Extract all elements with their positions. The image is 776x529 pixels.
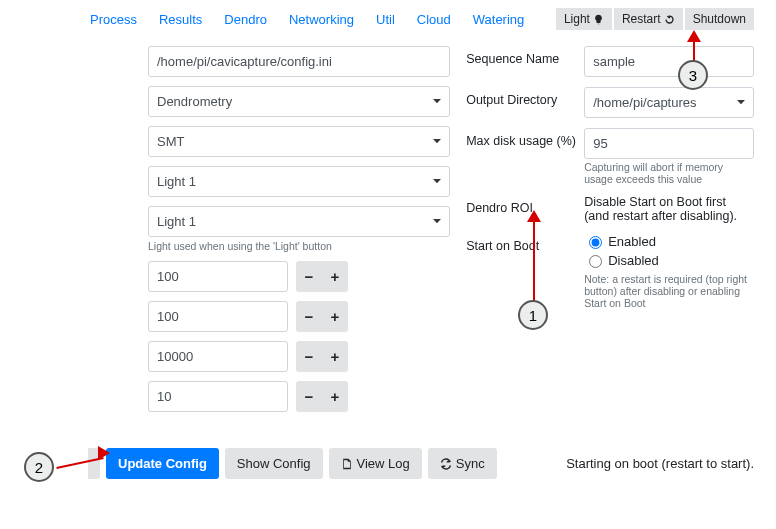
output-directory-select[interactable]: /home/pi/captures: [584, 87, 754, 118]
annotation-bubble-2: 2: [24, 452, 54, 482]
light-select-b[interactable]: Light 1: [148, 206, 450, 237]
max-disk-help: Capturing will abort if memory usage exc…: [584, 161, 754, 185]
enabled-radio[interactable]: [589, 236, 602, 249]
num-input-2[interactable]: [148, 301, 288, 332]
num-input-3[interactable]: [148, 341, 288, 372]
tab-watering[interactable]: Watering: [473, 12, 525, 27]
num-input-4[interactable]: [148, 381, 288, 412]
sequence-name-input[interactable]: [584, 46, 754, 77]
document-icon: [341, 458, 353, 470]
sync-label: Sync: [456, 456, 485, 471]
view-log-label: View Log: [357, 456, 410, 471]
tab-results[interactable]: Results: [159, 12, 202, 27]
sequence-name-label: Sequence Name: [466, 46, 576, 66]
tab-util[interactable]: Util: [376, 12, 395, 27]
output-directory-label: Output Directory: [466, 87, 576, 107]
disabled-text: Disabled: [608, 253, 659, 268]
nav-tabs: Process Results Dendro Networking Util C…: [90, 12, 524, 27]
status-text: Starting on boot (restart to start).: [566, 456, 754, 471]
light-select-a[interactable]: Light 1: [148, 166, 450, 197]
clipped-button-fragment: [88, 448, 100, 479]
tab-process[interactable]: Process: [90, 12, 137, 27]
num-input-1[interactable]: [148, 261, 288, 292]
mode-select[interactable]: Dendrometry: [148, 86, 450, 117]
restart-icon: [664, 14, 675, 25]
enabled-text: Enabled: [608, 234, 656, 249]
dec-button-2[interactable]: −: [296, 301, 322, 332]
view-log-button[interactable]: View Log: [329, 448, 422, 479]
config-path-input[interactable]: [148, 46, 450, 77]
sync-icon: [440, 458, 452, 470]
max-disk-label: Max disk usage (%): [466, 128, 576, 148]
start-on-boot-help: Note: a restart is required (top right b…: [584, 273, 754, 309]
inc-button-4[interactable]: +: [322, 381, 348, 412]
light-help-text: Light used when using the 'Light' button: [148, 240, 450, 252]
disabled-option[interactable]: Disabled: [584, 252, 659, 268]
update-config-button[interactable]: Update Config: [106, 448, 219, 479]
inc-button-2[interactable]: +: [322, 301, 348, 332]
dec-button-1[interactable]: −: [296, 261, 322, 292]
tab-dendro[interactable]: Dendro: [224, 12, 267, 27]
restart-button[interactable]: Restart: [614, 8, 683, 30]
dec-button-4[interactable]: −: [296, 381, 322, 412]
show-config-button[interactable]: Show Config: [225, 448, 323, 479]
tab-cloud[interactable]: Cloud: [417, 12, 451, 27]
max-disk-input[interactable]: [584, 128, 754, 159]
disabled-radio[interactable]: [589, 255, 602, 268]
inc-button-3[interactable]: +: [322, 341, 348, 372]
dec-button-3[interactable]: −: [296, 341, 322, 372]
light-button[interactable]: Light: [556, 8, 612, 30]
sensor-select[interactable]: SMT: [148, 126, 450, 157]
tab-networking[interactable]: Networking: [289, 12, 354, 27]
dendro-roi-label: Dendro ROI: [466, 195, 576, 215]
system-buttons: Light Restart Shutdown: [556, 8, 754, 30]
enabled-option[interactable]: Enabled: [584, 233, 656, 249]
shutdown-button[interactable]: Shutdown: [685, 8, 754, 30]
start-on-boot-label: Start on Boot: [466, 233, 576, 253]
lightbulb-icon: [593, 14, 604, 25]
light-label: Light: [564, 12, 590, 26]
inc-button-1[interactable]: +: [322, 261, 348, 292]
sync-button[interactable]: Sync: [428, 448, 497, 479]
dendro-roi-note: Disable Start on Boot first (and restart…: [584, 195, 754, 223]
shutdown-label: Shutdown: [693, 12, 746, 26]
restart-label: Restart: [622, 12, 661, 26]
